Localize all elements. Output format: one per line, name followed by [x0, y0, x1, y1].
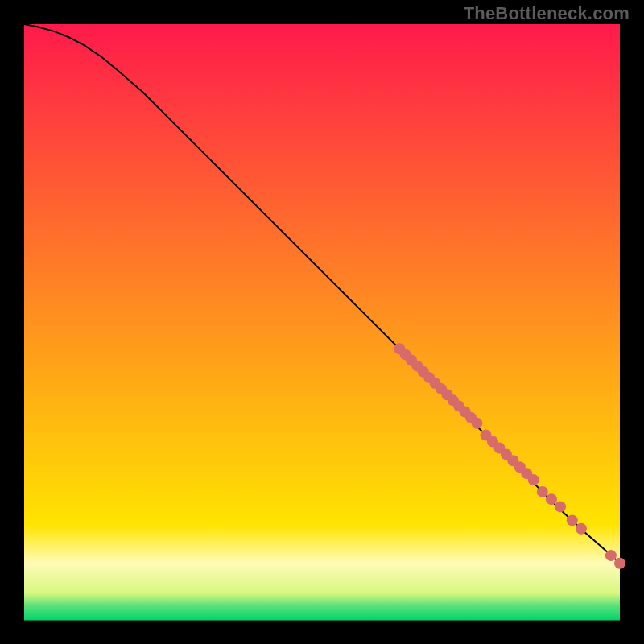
chart-frame: TheBottleneck.com	[0, 0, 644, 644]
data-marker	[528, 474, 539, 485]
data-marker	[546, 493, 557, 505]
data-marker	[555, 501, 566, 512]
data-marker	[471, 418, 482, 429]
data-marker	[605, 550, 617, 561]
gradient-band	[24, 564, 620, 594]
chart-svg	[0, 0, 644, 644]
gradient-band	[24, 593, 620, 605]
gradient-band	[24, 605, 620, 621]
data-marker	[537, 486, 548, 497]
data-marker	[614, 558, 625, 569]
data-marker	[576, 523, 587, 535]
data-marker	[567, 514, 578, 526]
gradient-band	[24, 525, 620, 564]
gradient-band	[24, 24, 620, 525]
